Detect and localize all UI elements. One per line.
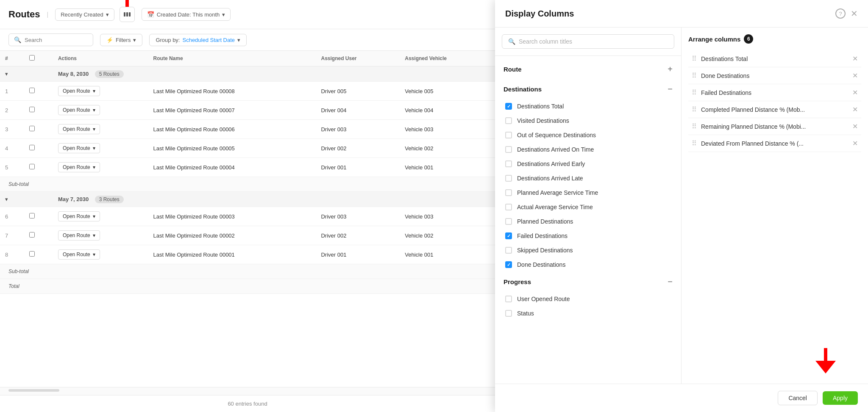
drag-handle-icon[interactable]: ⠿ xyxy=(692,72,697,80)
checkbox-user-opened-route[interactable] xyxy=(505,296,512,302)
arrange-item[interactable]: ⠿ Completed Planned Distance % (Mob... ✕ xyxy=(688,101,861,118)
checkbox-arrived-late[interactable] xyxy=(505,175,512,182)
date-filter[interactable]: 📅 Created Date: This month ▾ xyxy=(142,8,231,21)
arrange-item[interactable]: ⠿ Done Destinations ✕ xyxy=(688,67,861,84)
filters-button[interactable]: ⚡ Filters ▾ xyxy=(100,34,142,46)
checkbox-item-actual-avg-service[interactable]: Actual Average Service Time xyxy=(495,200,681,214)
status-button[interactable]: Open Route ▾ xyxy=(58,230,100,241)
route-name: Last Mile Optimized Route 00007 xyxy=(148,101,316,120)
help-icon[interactable]: ? xyxy=(835,8,846,19)
checkbox-arrived-on-time[interactable] xyxy=(505,146,512,153)
checkbox-destinations-total[interactable] xyxy=(505,103,512,110)
remove-column-button[interactable]: ✕ xyxy=(852,72,858,80)
remove-column-button[interactable]: ✕ xyxy=(852,88,858,97)
status-button[interactable]: Open Route ▾ xyxy=(58,143,100,153)
checkbox-item-planned-destinations[interactable]: Planned Destinations xyxy=(495,214,681,229)
row-checkbox[interactable] xyxy=(29,107,35,112)
checkbox-item-skipped-destinations[interactable]: Skipped Destinations xyxy=(495,243,681,257)
checkbox-skipped-destinations[interactable] xyxy=(505,247,512,254)
select-all-checkbox[interactable] xyxy=(29,55,35,61)
search-columns-box[interactable]: 🔍 xyxy=(502,34,674,49)
checkbox-done-destinations[interactable] xyxy=(505,261,512,268)
status-button[interactable]: Open Route ▾ xyxy=(58,86,100,96)
row-checkbox[interactable] xyxy=(29,126,35,131)
checkbox-item-status[interactable]: Status xyxy=(495,306,681,321)
apply-button[interactable]: Apply xyxy=(823,391,858,405)
drag-handle-icon[interactable]: ⠿ xyxy=(692,122,697,130)
checkbox-actual-avg-service[interactable] xyxy=(505,204,512,210)
row-checkbox[interactable] xyxy=(29,213,35,218)
checkbox-item-planned-avg-service[interactable]: Planned Average Service Time xyxy=(495,185,681,200)
progress-section-toggle[interactable]: − xyxy=(668,277,673,287)
drag-handle-icon[interactable]: ⠿ xyxy=(692,139,697,147)
checkbox-failed-destinations[interactable] xyxy=(505,232,512,239)
search-input[interactable] xyxy=(25,37,88,43)
checkbox-item-destinations-total[interactable]: Destinations Total xyxy=(495,99,681,113)
status-button[interactable]: Open Route ▾ xyxy=(58,249,100,260)
col-checkbox[interactable] xyxy=(24,51,53,66)
remove-column-button[interactable]: ✕ xyxy=(852,105,858,113)
table-row: 1 Open Route ▾ Last Mile Optimized Route… xyxy=(0,82,495,101)
checkbox-item-failed-destinations[interactable]: Failed Destinations xyxy=(495,229,681,243)
status-button[interactable]: Open Route ▾ xyxy=(58,105,100,115)
checkbox-item-user-opened-route[interactable]: User Opened Route xyxy=(495,292,681,306)
arrange-item[interactable]: ⠿ Deviated From Planned Distance % (... … xyxy=(688,135,861,152)
table-row: 3 Open Route ▾ Last Mile Optimized Route… xyxy=(0,120,495,139)
checkbox-item-arrived-late[interactable]: Destinations Arrived Late xyxy=(495,171,681,185)
arrived-late-label: Destinations Arrived Late xyxy=(517,175,583,182)
drag-handle-icon[interactable]: ⠿ xyxy=(692,88,697,97)
status-button[interactable]: Open Route ▾ xyxy=(58,162,100,172)
subtotal-label: Sub-total xyxy=(0,177,495,192)
cancel-button[interactable]: Cancel xyxy=(778,391,818,405)
destinations-section-toggle[interactable]: − xyxy=(668,84,673,94)
checkbox-arrived-early[interactable] xyxy=(505,160,512,167)
row-checkbox[interactable] xyxy=(29,88,35,93)
group-chevron[interactable]: ▾ xyxy=(5,196,8,202)
checkbox-item-done-destinations[interactable]: Done Destinations xyxy=(495,257,681,272)
table-row: 6 Open Route ▾ Last Mile Optimized Route… xyxy=(0,207,495,226)
route-section-toggle[interactable]: + xyxy=(668,64,673,74)
drag-handle-icon[interactable]: ⠿ xyxy=(692,55,697,63)
checkbox-visited-destinations[interactable] xyxy=(505,117,512,124)
assigned-vehicle: Vehicle 003 xyxy=(400,120,495,139)
skipped-destinations-label: Skipped Destinations xyxy=(517,247,573,254)
display-columns-button[interactable] xyxy=(120,7,135,22)
checkbox-out-of-sequence[interactable] xyxy=(505,132,512,138)
progress-section-header[interactable]: Progress − xyxy=(495,272,681,292)
svg-marker-7 xyxy=(815,348,836,373)
arrange-item[interactable]: ⠿ Failed Destinations ✕ xyxy=(688,84,861,101)
arrange-item-label: Remaining Planned Distance % (Mobi... xyxy=(701,123,848,130)
checkbox-item-arrived-early[interactable]: Destinations Arrived Early xyxy=(495,157,681,171)
search-columns-input[interactable] xyxy=(519,38,668,45)
row-checkbox[interactable] xyxy=(29,251,35,257)
row-checkbox[interactable] xyxy=(29,164,35,169)
arrange-item[interactable]: ⠿ Remaining Planned Distance % (Mobi... … xyxy=(688,118,861,135)
failed-destinations-label: Failed Destinations xyxy=(517,232,568,239)
chevron-down-icon: ▾ xyxy=(222,11,225,18)
remove-column-button[interactable]: ✕ xyxy=(852,122,858,130)
checkbox-planned-destinations[interactable] xyxy=(505,218,512,225)
route-name: Last Mile Optimized Route 00003 xyxy=(148,207,316,226)
route-name: Last Mile Optimized Route 00002 xyxy=(148,226,316,245)
checkbox-status[interactable] xyxy=(505,310,512,317)
status-button[interactable]: Open Route ▾ xyxy=(58,124,100,134)
route-section-header[interactable]: Route + xyxy=(495,59,681,79)
destinations-section-header[interactable]: Destinations − xyxy=(495,79,681,99)
remove-column-button[interactable]: ✕ xyxy=(852,55,858,63)
groupby-button[interactable]: Group by: Scheduled Start Date ▾ xyxy=(149,34,247,46)
checkbox-planned-avg-service[interactable] xyxy=(505,189,512,196)
checkbox-item-arrived-on-time[interactable]: Destinations Arrived On Time xyxy=(495,142,681,157)
checkbox-item-visited-destinations[interactable]: Visited Destinations xyxy=(495,113,681,128)
row-checkbox[interactable] xyxy=(29,145,35,150)
checkbox-item-out-of-sequence[interactable]: Out of Sequence Destinations xyxy=(495,128,681,142)
search-box[interactable]: 🔍 xyxy=(8,33,93,46)
status-button[interactable]: Open Route ▾ xyxy=(58,211,100,221)
row-checkbox[interactable] xyxy=(29,232,35,238)
actual-avg-service-label: Actual Average Service Time xyxy=(517,204,593,210)
close-icon[interactable]: ✕ xyxy=(851,8,858,19)
remove-column-button[interactable]: ✕ xyxy=(852,139,858,147)
group-chevron[interactable]: ▾ xyxy=(5,71,8,77)
recently-created-filter[interactable]: Recently Created ▾ xyxy=(55,8,114,21)
arrange-item[interactable]: ⠿ Destinations Total ✕ xyxy=(688,50,861,67)
drag-handle-icon[interactable]: ⠿ xyxy=(692,105,697,113)
